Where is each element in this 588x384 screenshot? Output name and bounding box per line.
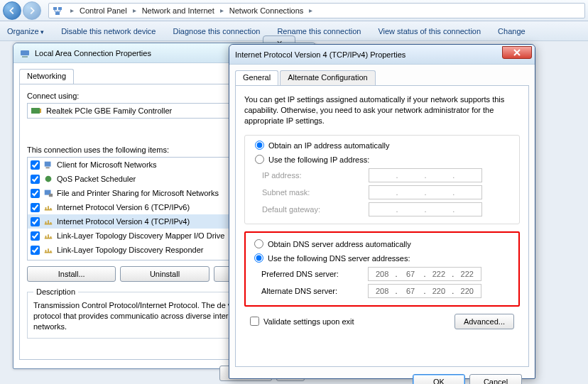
advanced-button[interactable]: Advanced... — [454, 314, 514, 329]
default-gateway-label: Default gateway: — [262, 205, 369, 214]
use-following-ip-label: Use the following IP address: — [268, 155, 369, 164]
alternate-dns-label: Alternate DNS server: — [261, 287, 368, 295]
svg-rect-5 — [31, 108, 40, 114]
item-checkbox[interactable] — [31, 189, 40, 198]
item-label: QoS Packet Scheduler — [57, 175, 136, 183]
protocol-icon — [43, 216, 54, 227]
ip-address-field: ... — [369, 168, 482, 182]
use-following-dns-label: Use the following DNS server addresses: — [268, 254, 410, 263]
preferred-dns-label: Preferred DNS server: — [261, 270, 368, 278]
close-icon — [513, 49, 521, 56]
tab-general[interactable]: General — [235, 70, 278, 85]
svg-rect-3 — [21, 50, 29, 55]
tab-networking[interactable]: Networking — [19, 69, 74, 84]
use-following-dns-radio[interactable] — [254, 253, 263, 263]
client-icon — [43, 159, 54, 170]
obtain-dns-auto-radio[interactable] — [254, 239, 263, 248]
validate-settings-checkbox[interactable] — [250, 317, 259, 326]
explorer-address-bar: ▸ Control Panel ▸ Network and Internet ▸… — [0, 0, 588, 21]
subnet-mask-field: ... — [369, 185, 482, 199]
info-text: You can get IP settings assigned automat… — [244, 94, 520, 126]
svg-rect-6 — [40, 109, 41, 113]
use-following-ip-radio[interactable] — [255, 155, 264, 164]
nav-forward-button[interactable] — [23, 1, 41, 20]
obtain-ip-auto-label: Obtain an IP address automatically — [268, 141, 389, 150]
network-icon — [52, 5, 63, 16]
item-checkbox[interactable] — [31, 175, 40, 184]
network-adapter-icon — [19, 48, 31, 59]
item-label: File and Printer Sharing for Microsoft N… — [57, 189, 219, 197]
obtain-dns-auto-label: Obtain DNS server address automatically — [268, 240, 411, 248]
uninstall-button[interactable]: Uninstall — [120, 266, 209, 282]
item-checkbox[interactable] — [31, 231, 40, 241]
dns-highlight-box: Obtain DNS server address automatically … — [244, 231, 520, 307]
adapter-name: Realtek PCIe GBE Family Controller — [46, 106, 172, 115]
cancel-button[interactable]: Cancel — [469, 374, 522, 384]
ok-button[interactable]: OK — [413, 374, 465, 384]
svg-rect-7 — [45, 162, 51, 167]
chevron-right-icon: ▸ — [305, 6, 317, 14]
alternate-dns-field[interactable]: 208. 67. 220. 220 — [368, 284, 481, 298]
item-checkbox[interactable] — [31, 160, 40, 170]
default-gateway-field: ... — [369, 202, 482, 216]
protocol-icon — [43, 244, 54, 256]
item-checkbox[interactable] — [31, 217, 40, 226]
item-checkbox[interactable] — [31, 246, 40, 255]
item-label: Link-Layer Topology Discovery Responder — [57, 246, 203, 254]
svg-rect-0 — [53, 7, 57, 10]
window-close-button[interactable] — [502, 46, 532, 59]
item-label: Internet Protocol Version 6 (TCP/IPv6) — [57, 203, 190, 212]
svg-rect-11 — [49, 194, 53, 197]
crumb-network-internet[interactable]: Network and Internet — [141, 6, 216, 15]
chevron-right-icon: ▸ — [66, 6, 78, 14]
tab-alternate-configuration[interactable]: Alternate Configuration — [280, 70, 376, 85]
ipv4-properties-window: Internet Protocol Version 4 (TCP/IPv4) P… — [229, 44, 535, 379]
crumb-control-panel[interactable]: Control Panel — [78, 6, 129, 15]
protocol-icon — [43, 202, 54, 213]
tabstrip: General Alternate Configuration — [235, 70, 529, 86]
install-button[interactable]: Install... — [27, 266, 116, 282]
validate-settings-label: Validate settings upon exit — [263, 317, 354, 326]
svg-rect-8 — [46, 168, 50, 169]
nav-back-button[interactable] — [3, 1, 21, 20]
obtain-ip-auto-radio[interactable] — [255, 141, 264, 150]
breadcrumb[interactable]: ▸ Control Panel ▸ Network and Internet ▸… — [48, 3, 585, 18]
diagnose-cmd[interactable]: Diagnose this connection — [173, 27, 260, 35]
svg-point-9 — [45, 176, 52, 182]
arrow-right-icon — [27, 6, 37, 16]
disable-device-cmd[interactable]: Disable this network device — [61, 27, 156, 35]
ip-address-label: IP address: — [262, 171, 369, 180]
qos-icon — [43, 173, 54, 185]
change-cmd[interactable]: Change — [498, 27, 526, 35]
svg-rect-1 — [58, 7, 62, 10]
subnet-mask-label: Subnet mask: — [262, 188, 369, 197]
window-title: Internet Protocol Version 4 (TCP/IPv4) P… — [235, 50, 405, 59]
share-icon — [43, 187, 54, 199]
window-title: Local Area Connection Properties — [35, 49, 151, 57]
chevron-right-icon: ▸ — [129, 6, 141, 14]
preferred-dns-field[interactable]: 208. 67. 222. 222 — [368, 267, 481, 281]
crumb-network-connections[interactable]: Network Connections — [228, 6, 305, 15]
item-label: Internet Protocol Version 4 (TCP/IPv4) — [57, 217, 190, 226]
item-checkbox[interactable] — [31, 203, 40, 212]
protocol-icon — [43, 230, 54, 241]
rename-cmd[interactable]: Rename this connection — [277, 27, 361, 35]
item-label: Client for Microsoft Networks — [57, 160, 157, 169]
organize-menu[interactable]: Organize — [7, 27, 44, 35]
arrow-left-icon — [7, 6, 17, 16]
view-status-cmd[interactable]: View status of this connection — [378, 27, 481, 35]
description-legend: Description — [33, 287, 78, 296]
titlebar[interactable]: Internet Protocol Version 4 (TCP/IPv4) P… — [229, 45, 535, 65]
nic-icon — [31, 105, 42, 116]
item-label: Link-Layer Topology Discovery Mapper I/O… — [57, 231, 224, 240]
chevron-right-icon: ▸ — [216, 6, 228, 14]
svg-rect-4 — [22, 56, 28, 57]
